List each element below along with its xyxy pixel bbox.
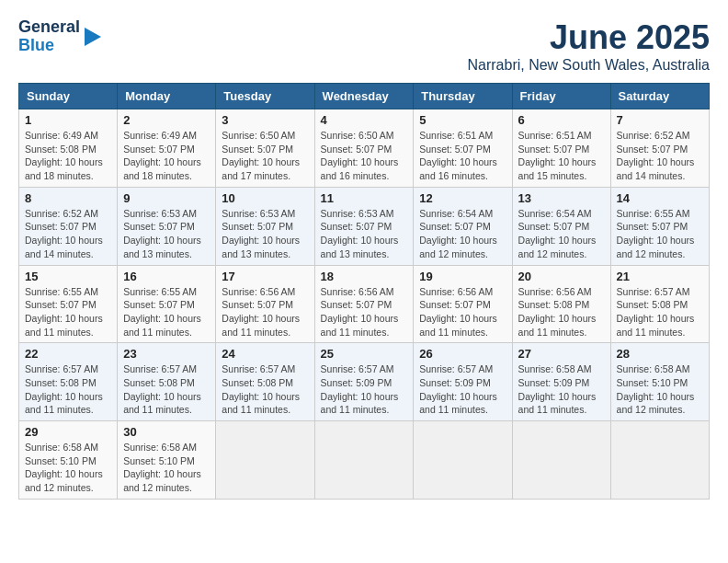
table-row: 9Sunrise: 6:53 AMSunset: 5:07 PMDaylight… — [118, 187, 216, 265]
day-detail: Sunrise: 6:51 AMSunset: 5:07 PMDaylight:… — [419, 129, 506, 183]
table-row: 23Sunrise: 6:57 AMSunset: 5:08 PMDayligh… — [118, 343, 216, 421]
day-number: 2 — [123, 113, 210, 127]
day-number: 15 — [25, 270, 111, 283]
day-number: 22 — [25, 347, 111, 361]
day-detail: Sunrise: 6:57 AMSunset: 5:09 PMDaylight:… — [419, 362, 506, 417]
table-row: 16Sunrise: 6:55 AMSunset: 5:07 PMDayligh… — [118, 265, 216, 343]
table-row: 24Sunrise: 6:57 AMSunset: 5:08 PMDayligh… — [216, 343, 314, 421]
day-detail: Sunrise: 6:56 AMSunset: 5:07 PMDaylight:… — [222, 285, 308, 339]
day-number: 7 — [617, 113, 703, 127]
day-number: 5 — [419, 113, 506, 127]
day-detail: Sunrise: 6:58 AMSunset: 5:10 PMDaylight:… — [617, 362, 703, 417]
calendar-header-row: Sunday Monday Tuesday Wednesday Thursday… — [19, 84, 710, 109]
logo-text: GeneralBlue — [18, 18, 80, 55]
day-number: 18 — [321, 270, 408, 283]
day-number: 3 — [222, 113, 308, 127]
day-detail: Sunrise: 6:55 AMSunset: 5:07 PMDaylight:… — [25, 285, 111, 339]
day-detail: Sunrise: 6:58 AMSunset: 5:10 PMDaylight:… — [25, 441, 111, 495]
day-detail: Sunrise: 6:54 AMSunset: 5:07 PMDaylight:… — [518, 207, 605, 261]
page-header: GeneralBlue June 2025 Narrabri, New Sout… — [18, 18, 710, 74]
table-row: 5Sunrise: 6:51 AMSunset: 5:07 PMDaylight… — [414, 109, 512, 188]
day-detail: Sunrise: 6:55 AMSunset: 5:07 PMDaylight:… — [617, 207, 703, 261]
day-number: 10 — [222, 191, 308, 205]
calendar-week-row: 29Sunrise: 6:58 AMSunset: 5:10 PMDayligh… — [19, 421, 710, 500]
table-row — [314, 421, 414, 500]
day-number: 6 — [518, 113, 605, 127]
day-detail: Sunrise: 6:57 AMSunset: 5:08 PMDaylight:… — [123, 362, 210, 417]
title-area: June 2025 Narrabri, New South Wales, Aus… — [467, 18, 710, 74]
day-number: 30 — [123, 425, 210, 439]
table-row: 26Sunrise: 6:57 AMSunset: 5:09 PMDayligh… — [414, 343, 512, 421]
table-row: 25Sunrise: 6:57 AMSunset: 5:09 PMDayligh… — [314, 343, 414, 421]
day-number: 16 — [123, 270, 210, 283]
table-row: 15Sunrise: 6:55 AMSunset: 5:07 PMDayligh… — [19, 265, 118, 343]
table-row: 14Sunrise: 6:55 AMSunset: 5:07 PMDayligh… — [610, 187, 709, 265]
day-detail: Sunrise: 6:58 AMSunset: 5:09 PMDaylight:… — [518, 362, 605, 417]
day-detail: Sunrise: 6:52 AMSunset: 5:07 PMDaylight:… — [617, 129, 703, 183]
table-row — [414, 421, 512, 500]
day-number: 29 — [25, 425, 111, 439]
day-number: 20 — [518, 270, 605, 283]
day-detail: Sunrise: 6:57 AMSunset: 5:08 PMDaylight:… — [222, 362, 308, 417]
table-row — [216, 421, 314, 500]
table-row: 19Sunrise: 6:56 AMSunset: 5:07 PMDayligh… — [414, 265, 512, 343]
day-detail: Sunrise: 6:56 AMSunset: 5:07 PMDaylight:… — [419, 285, 506, 339]
table-row: 21Sunrise: 6:57 AMSunset: 5:08 PMDayligh… — [610, 265, 709, 343]
svg-marker-0 — [85, 28, 101, 46]
header-sunday: Sunday — [19, 84, 118, 109]
header-tuesday: Tuesday — [216, 84, 314, 109]
day-detail: Sunrise: 6:57 AMSunset: 5:08 PMDaylight:… — [25, 362, 111, 417]
table-row: 10Sunrise: 6:53 AMSunset: 5:07 PMDayligh… — [216, 187, 314, 265]
day-number: 11 — [321, 191, 408, 205]
day-number: 8 — [25, 191, 111, 205]
logo-icon — [83, 24, 103, 50]
day-number: 1 — [25, 113, 111, 127]
table-row — [512, 421, 610, 500]
table-row: 17Sunrise: 6:56 AMSunset: 5:07 PMDayligh… — [216, 265, 314, 343]
day-number: 28 — [617, 347, 703, 361]
table-row: 13Sunrise: 6:54 AMSunset: 5:07 PMDayligh… — [512, 187, 610, 265]
day-number: 26 — [419, 347, 506, 361]
table-row: 12Sunrise: 6:54 AMSunset: 5:07 PMDayligh… — [414, 187, 512, 265]
header-saturday: Saturday — [610, 84, 709, 109]
day-detail: Sunrise: 6:53 AMSunset: 5:07 PMDaylight:… — [123, 207, 210, 261]
table-row: 11Sunrise: 6:53 AMSunset: 5:07 PMDayligh… — [314, 187, 414, 265]
table-row: 29Sunrise: 6:58 AMSunset: 5:10 PMDayligh… — [19, 421, 118, 500]
day-detail: Sunrise: 6:50 AMSunset: 5:07 PMDaylight:… — [222, 129, 308, 183]
day-number: 9 — [123, 191, 210, 205]
day-number: 27 — [518, 347, 605, 361]
day-detail: Sunrise: 6:50 AMSunset: 5:07 PMDaylight:… — [321, 129, 408, 183]
table-row: 1Sunrise: 6:49 AMSunset: 5:08 PMDaylight… — [19, 109, 118, 188]
day-detail: Sunrise: 6:55 AMSunset: 5:07 PMDaylight:… — [123, 285, 210, 339]
table-row: 2Sunrise: 6:49 AMSunset: 5:07 PMDaylight… — [118, 109, 216, 188]
day-detail: Sunrise: 6:54 AMSunset: 5:07 PMDaylight:… — [419, 207, 506, 261]
table-row: 30Sunrise: 6:58 AMSunset: 5:10 PMDayligh… — [118, 421, 216, 500]
day-detail: Sunrise: 6:49 AMSunset: 5:07 PMDaylight:… — [123, 129, 210, 183]
day-detail: Sunrise: 6:57 AMSunset: 5:08 PMDaylight:… — [617, 285, 703, 339]
table-row: 22Sunrise: 6:57 AMSunset: 5:08 PMDayligh… — [19, 343, 118, 421]
day-detail: Sunrise: 6:49 AMSunset: 5:08 PMDaylight:… — [25, 129, 111, 183]
calendar-week-row: 15Sunrise: 6:55 AMSunset: 5:07 PMDayligh… — [19, 265, 710, 343]
day-number: 19 — [419, 270, 506, 283]
day-number: 12 — [419, 191, 506, 205]
table-row: 6Sunrise: 6:51 AMSunset: 5:07 PMDaylight… — [512, 109, 610, 188]
day-number: 14 — [617, 191, 703, 205]
day-detail: Sunrise: 6:56 AMSunset: 5:07 PMDaylight:… — [321, 285, 408, 339]
header-monday: Monday — [118, 84, 216, 109]
day-detail: Sunrise: 6:53 AMSunset: 5:07 PMDaylight:… — [321, 207, 408, 261]
day-detail: Sunrise: 6:57 AMSunset: 5:09 PMDaylight:… — [321, 362, 408, 417]
day-number: 4 — [321, 113, 408, 127]
day-number: 21 — [617, 270, 703, 283]
day-number: 17 — [222, 270, 308, 283]
table-row: 4Sunrise: 6:50 AMSunset: 5:07 PMDaylight… — [314, 109, 414, 188]
calendar-week-row: 1Sunrise: 6:49 AMSunset: 5:08 PMDaylight… — [19, 109, 710, 188]
day-number: 13 — [518, 191, 605, 205]
day-detail: Sunrise: 6:51 AMSunset: 5:07 PMDaylight:… — [518, 129, 605, 183]
header-wednesday: Wednesday — [314, 84, 414, 109]
day-number: 25 — [321, 347, 408, 361]
day-detail: Sunrise: 6:58 AMSunset: 5:10 PMDaylight:… — [123, 441, 210, 495]
table-row: 20Sunrise: 6:56 AMSunset: 5:08 PMDayligh… — [512, 265, 610, 343]
calendar-week-row: 22Sunrise: 6:57 AMSunset: 5:08 PMDayligh… — [19, 343, 710, 421]
day-detail: Sunrise: 6:52 AMSunset: 5:07 PMDaylight:… — [25, 207, 111, 261]
table-row: 8Sunrise: 6:52 AMSunset: 5:07 PMDaylight… — [19, 187, 118, 265]
